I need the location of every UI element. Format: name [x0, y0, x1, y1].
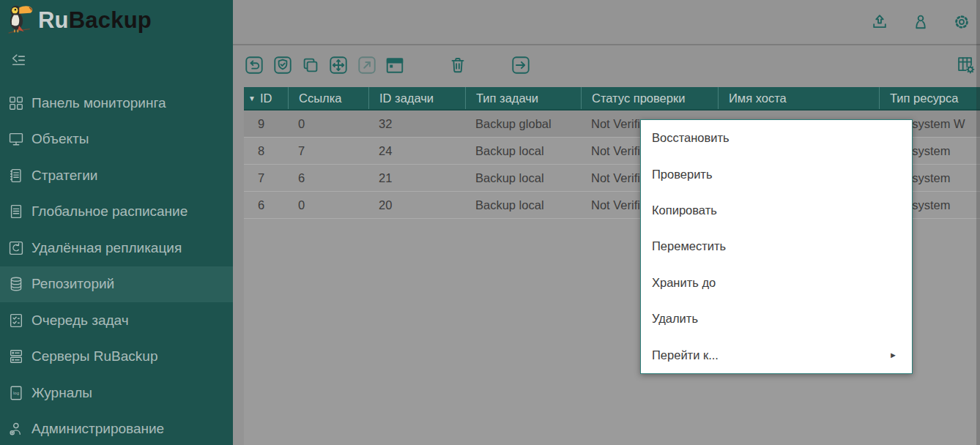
copy-button[interactable]	[300, 55, 321, 75]
sidebar-item-logs[interactable]: logЖурналы	[0, 375, 233, 411]
repository-icon	[8, 276, 24, 292]
topbar	[233, 0, 980, 45]
sidebar-item-repository[interactable]: Репозиторий	[0, 266, 233, 303]
column-header-label: Тип задачи	[476, 91, 538, 105]
sidebar-item-label: Глобальное расписание	[31, 203, 188, 220]
context-menu-item-0[interactable]: Восстановить	[641, 120, 912, 156]
sidebar-item-servers[interactable]: Серверы RuBackup	[0, 339, 233, 375]
sidebar-item-schedule[interactable]: Глобальное расписание	[0, 194, 233, 231]
sidebar-collapse-icon[interactable]	[9, 51, 28, 70]
sidebar-item-replication[interactable]: Удалённая репликация	[0, 230, 233, 266]
restore-icon	[244, 65, 264, 78]
column-header-6[interactable]: Тип ресурса	[879, 87, 980, 109]
table-settings-button[interactable]	[956, 55, 976, 75]
sidebar-item-label: Репозиторий	[31, 276, 114, 292]
column-header-1[interactable]: Ссылка	[288, 87, 368, 109]
context-menu-item-2[interactable]: Копировать	[641, 192, 912, 228]
sidebar-item-administration[interactable]: Администрирование	[0, 411, 233, 445]
context-menu-item-label: Удалить	[652, 312, 698, 326]
upload-icon[interactable]	[870, 12, 889, 31]
logo-backup: Backup	[69, 7, 152, 33]
replication-icon	[8, 240, 24, 256]
cell-link: 6	[288, 165, 368, 191]
cell-link: 7	[288, 138, 368, 164]
svg-text:log: log	[13, 391, 19, 395]
move-button[interactable]	[328, 55, 349, 75]
sidebar-item-label: Объекты	[31, 131, 89, 147]
hold-until-button[interactable]	[385, 55, 405, 75]
arrow-right-icon	[511, 65, 531, 78]
verify-button[interactable]	[272, 55, 293, 75]
column-header-label: Статус проверки	[592, 91, 685, 105]
context-menu-item-6[interactable]: Перейти к...►	[641, 337, 912, 373]
context-menu-item-1[interactable]: Проверить	[641, 156, 912, 192]
column-header-5[interactable]: Имя хоста	[718, 87, 879, 109]
sidebar-item-task-queue[interactable]: Очередь задач	[0, 302, 233, 339]
context-menu-item-5[interactable]: Удалить	[641, 301, 912, 337]
app-title: RuBackup	[38, 3, 152, 38]
toucan-logo-icon	[6, 2, 35, 39]
context-menu-item-label: Проверить	[652, 168, 713, 182]
export-icon	[357, 65, 377, 78]
sidebar-item-monitoring[interactable]: Панель мониторинга	[0, 85, 233, 121]
cell-task_type: Backup local	[465, 165, 581, 191]
sidebar-item-label: Журналы	[31, 385, 92, 401]
strategies-icon	[8, 168, 24, 184]
sidebar-item-label: Стратегии	[31, 168, 97, 184]
submenu-arrow-icon: ►	[889, 351, 897, 359]
sort-desc-icon: ▼	[248, 94, 256, 102]
context-menu: ВосстановитьПроверитьКопироватьПеремести…	[640, 119, 913, 374]
logs-icon: log	[8, 385, 24, 401]
column-header-4[interactable]: Статус проверки	[581, 87, 718, 109]
sidebar-item-label: Очередь задач	[31, 313, 129, 329]
table-header-row: ▼IDСсылкаID задачиТип задачиСтатус прове…	[244, 87, 980, 111]
administration-icon	[8, 421, 24, 437]
cell-id: 8	[244, 138, 288, 164]
window-edge-shade	[976, 0, 980, 445]
goto-button[interactable]	[511, 55, 531, 75]
cell-link: 0	[288, 192, 368, 218]
cell-task_id: 21	[368, 165, 465, 191]
objects-icon	[8, 131, 24, 147]
column-header-0[interactable]: ▼ID	[244, 87, 288, 109]
column-header-3[interactable]: Тип задачи	[465, 87, 581, 109]
cell-task_type: Backup global	[465, 111, 581, 137]
sidebar-item-label: Удалённая репликация	[31, 240, 182, 256]
cell-task_id: 32	[368, 111, 465, 137]
context-menu-item-label: Перейти к...	[652, 348, 719, 362]
sidebar-item-objects[interactable]: Объекты	[0, 121, 233, 158]
cell-id: 6	[244, 192, 288, 218]
cell-task_id: 20	[368, 192, 465, 218]
sidebar-menu: Панель мониторингаОбъектыСтратегииГлобал…	[0, 85, 233, 445]
delete-button[interactable]	[448, 55, 468, 75]
restore-button[interactable]	[244, 55, 264, 75]
context-menu-item-label: Переместить	[652, 239, 726, 253]
sidebar-item-label: Администрирование	[31, 421, 164, 437]
column-header-2[interactable]: ID задачи	[368, 87, 465, 109]
sidebar: RuBackup Панель мониторингаОбъектыСтрате…	[0, 0, 233, 445]
context-menu-item-label: Копировать	[652, 203, 717, 217]
export-button[interactable]	[357, 55, 377, 75]
column-header-label: Ссылка	[299, 91, 341, 105]
sidebar-item-label: Серверы RuBackup	[31, 348, 157, 364]
settings-gear-icon[interactable]	[952, 12, 971, 31]
dashboard-icon	[8, 95, 24, 111]
context-menu-item-label: Хранить до	[652, 276, 716, 290]
user-icon[interactable]	[911, 12, 930, 31]
column-header-label: ID задачи	[379, 91, 434, 105]
app-logo: RuBackup	[6, 2, 152, 39]
cell-task_type: Backup local	[465, 192, 581, 218]
cell-task_type: Backup local	[465, 138, 581, 164]
copy-icon	[300, 65, 321, 78]
column-header-label: Тип ресурса	[890, 91, 958, 105]
logo-ru: Ru	[38, 7, 69, 33]
move-icon	[328, 65, 349, 78]
context-menu-item-3[interactable]: Переместить	[641, 228, 912, 264]
repository-toolbar	[244, 47, 980, 87]
cell-task_id: 24	[368, 138, 465, 164]
sidebar-item-label: Панель мониторинга	[31, 95, 166, 111]
verify-icon	[272, 65, 293, 78]
column-header-label: ID	[260, 91, 272, 105]
sidebar-item-strategies[interactable]: Стратегии	[0, 157, 233, 194]
context-menu-item-4[interactable]: Хранить до	[641, 265, 912, 301]
